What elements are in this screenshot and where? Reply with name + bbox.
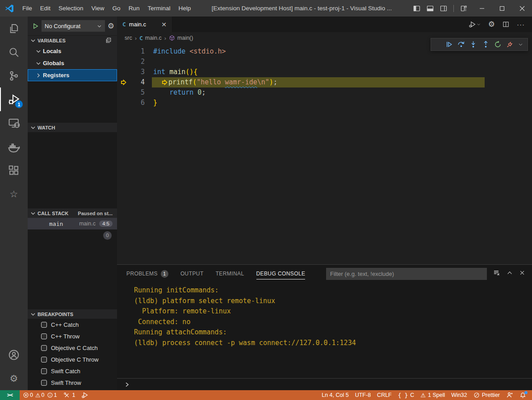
menu-file[interactable]: File bbox=[18, 0, 36, 17]
console-filter-input[interactable] bbox=[326, 268, 487, 280]
breakpoint-checkbox[interactable] bbox=[41, 368, 47, 374]
variables-section-header[interactable]: VARIABLES bbox=[28, 35, 117, 45]
source-control-icon[interactable] bbox=[0, 64, 28, 88]
variables-item-locals[interactable]: Locals bbox=[28, 45, 117, 57]
feedback-status[interactable] bbox=[503, 390, 516, 400]
split-editor-icon[interactable] bbox=[503, 21, 509, 28]
more-actions-icon[interactable]: ··· bbox=[517, 21, 525, 28]
breakpoint-row[interactable]: Objective C Throw bbox=[28, 354, 117, 365]
code-line-3[interactable]: 3int main(){ bbox=[117, 67, 532, 77]
panel-tab-terminal[interactable]: TERMINAL bbox=[216, 265, 244, 283]
step-into-icon[interactable] bbox=[469, 41, 477, 48]
variables-item-globals[interactable]: Globals bbox=[28, 57, 117, 69]
menu-terminal[interactable]: Terminal bbox=[143, 0, 174, 17]
watch-section-header[interactable]: WATCH bbox=[28, 122, 117, 132]
panel-tab-debug-console[interactable]: DEBUG CONSOLE bbox=[256, 265, 306, 283]
debug-status[interactable] bbox=[78, 390, 92, 400]
toggle-panel-icon[interactable] bbox=[427, 5, 434, 12]
breakpoint-row[interactable]: C++ Catch bbox=[28, 319, 117, 330]
breadcrumb-src[interactable]: src bbox=[125, 35, 132, 41]
menu-go[interactable]: Go bbox=[109, 0, 125, 17]
step-out-icon[interactable] bbox=[482, 41, 490, 48]
problems-status[interactable]: 0 ⚠0 1 bbox=[20, 390, 60, 400]
toggle-sidebar-icon[interactable] bbox=[413, 5, 420, 12]
cursor-position[interactable]: Ln 4, Col 5 bbox=[318, 390, 352, 400]
menu-run[interactable]: Run bbox=[125, 0, 144, 17]
favorites-star-icon[interactable]: ☆ bbox=[0, 182, 28, 206]
extensions-icon[interactable] bbox=[0, 158, 28, 182]
eol-indicator[interactable]: CRLF bbox=[374, 390, 395, 400]
remote-explorer-icon[interactable] bbox=[0, 111, 28, 135]
menu-edit[interactable]: Edit bbox=[36, 0, 54, 17]
call-stack-section-header[interactable]: CALL STACK Paused on st... bbox=[28, 208, 117, 218]
code-line-5[interactable]: 5 return 0; bbox=[117, 88, 532, 98]
breakpoint-row[interactable]: Objective C Catch bbox=[28, 342, 117, 354]
variables-item-registers[interactable]: Registers bbox=[28, 69, 117, 81]
glyph-margin[interactable] bbox=[117, 88, 130, 98]
stack-frame-row[interactable]: main main.c 4:5 bbox=[28, 218, 117, 229]
disconnect-icon[interactable] bbox=[506, 41, 514, 48]
notifications-status[interactable] bbox=[516, 390, 529, 400]
breakpoint-checkbox[interactable] bbox=[41, 345, 47, 351]
debug-configuration-dropdown[interactable]: No Configurat bbox=[42, 20, 105, 32]
step-over-icon[interactable] bbox=[457, 41, 465, 48]
menu-view[interactable]: View bbox=[88, 0, 109, 17]
glyph-margin[interactable] bbox=[117, 98, 130, 108]
restart-icon[interactable] bbox=[494, 41, 502, 48]
breakpoint-checkbox[interactable] bbox=[41, 380, 47, 386]
chevron-down-icon[interactable] bbox=[518, 42, 523, 47]
settings-gear-icon[interactable]: ⚙ bbox=[0, 367, 28, 390]
tab-close-icon[interactable]: ✕ bbox=[161, 21, 167, 28]
continue-icon[interactable] bbox=[445, 41, 453, 48]
panel-tab-problems[interactable]: PROBLEMS1 bbox=[126, 265, 168, 283]
maximize-panel-icon[interactable] bbox=[507, 270, 513, 276]
explorer-icon[interactable] bbox=[0, 17, 28, 40]
breadcrumb-symbol[interactable]: main() bbox=[169, 35, 193, 41]
glyph-margin[interactable] bbox=[117, 46, 130, 57]
breadcrumb-file[interactable]: Cmain.c bbox=[139, 35, 162, 42]
tab-main-c[interactable]: C main.c ✕ bbox=[117, 17, 172, 32]
docker-icon[interactable] bbox=[0, 135, 28, 158]
breakpoint-checkbox[interactable] bbox=[41, 333, 47, 339]
debug-console-output[interactable]: Running initCommands:(lldb) platform sel… bbox=[117, 283, 532, 378]
code-line-6[interactable]: 6} bbox=[117, 98, 532, 108]
breakpoint-checkbox[interactable] bbox=[41, 357, 47, 362]
breakpoint-row[interactable]: Swift Catch bbox=[28, 365, 117, 377]
debug-console-input[interactable] bbox=[117, 378, 532, 390]
collapse-all-icon[interactable] bbox=[105, 37, 115, 44]
toolbar-drag-grip[interactable] bbox=[436, 42, 441, 48]
breakpoint-checkbox[interactable] bbox=[41, 322, 47, 328]
search-icon[interactable] bbox=[0, 40, 28, 64]
run-and-debug-icon[interactable]: 1 bbox=[0, 88, 28, 111]
menu-selection[interactable]: Selection bbox=[54, 0, 88, 17]
close-panel-icon[interactable] bbox=[519, 270, 525, 276]
code-line-4[interactable]: 4 printf("hello wamr-ide\n"); bbox=[117, 77, 532, 88]
spell-checker-status[interactable]: ⚠1 Spell bbox=[417, 390, 448, 400]
formatter-status[interactable]: Prettier bbox=[470, 390, 503, 400]
breakpoints-section-header[interactable]: BREAKPOINTS bbox=[28, 309, 117, 319]
clear-console-icon[interactable] bbox=[493, 269, 500, 276]
editor-settings-gear-icon[interactable]: ⚙ bbox=[488, 21, 495, 28]
menu-help[interactable]: Help bbox=[174, 0, 195, 17]
breakpoint-row[interactable]: C++ Throw bbox=[28, 330, 117, 342]
run-or-debug-button[interactable] bbox=[469, 21, 481, 28]
language-mode[interactable]: { }C bbox=[395, 390, 418, 400]
maximize-button[interactable] bbox=[492, 0, 512, 17]
platform-status[interactable]: Win32 bbox=[448, 390, 470, 400]
close-button[interactable] bbox=[512, 0, 532, 17]
toolchain-status[interactable]: 1 bbox=[60, 390, 79, 400]
accounts-icon[interactable] bbox=[0, 343, 28, 367]
customize-layout-icon[interactable] bbox=[460, 5, 467, 12]
glyph-margin[interactable] bbox=[117, 57, 130, 67]
toggle-secondary-sidebar-icon[interactable] bbox=[440, 5, 447, 12]
code-line-2[interactable]: 2 bbox=[117, 57, 532, 67]
glyph-margin[interactable] bbox=[117, 67, 130, 77]
remote-indicator[interactable]: >< bbox=[0, 390, 20, 400]
minimize-button[interactable] bbox=[472, 0, 492, 17]
launch-settings-gear-icon[interactable]: ⚙ bbox=[108, 22, 114, 30]
panel-tab-output[interactable]: OUTPUT bbox=[180, 265, 204, 283]
breakpoint-row[interactable]: Swift Throw bbox=[28, 377, 117, 388]
start-debugging-icon[interactable] bbox=[32, 23, 39, 29]
code-editor[interactable]: 1#include <stdio.h>23int main(){4 printf… bbox=[117, 44, 532, 264]
current-line-arrow-icon[interactable] bbox=[117, 77, 130, 88]
